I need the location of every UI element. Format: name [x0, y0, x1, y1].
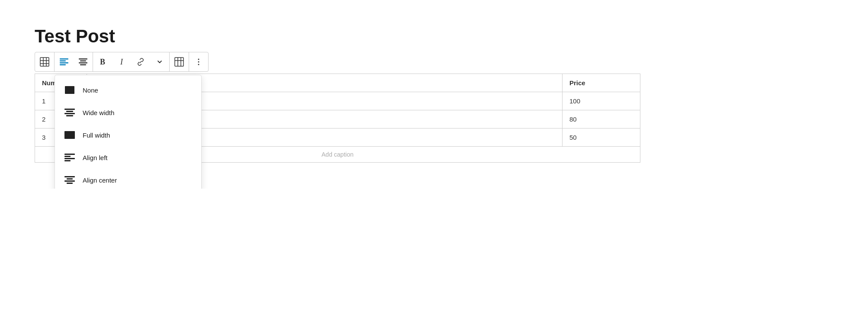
dropdown-item-label: Wide width: [83, 109, 114, 116]
svg-rect-18: [64, 131, 75, 139]
dropdown-item-label: Align left: [83, 154, 108, 161]
table-header-price: Price: [563, 74, 640, 92]
more-vertical-icon: [195, 58, 203, 66]
svg-rect-19: [64, 154, 75, 155]
svg-rect-22: [64, 160, 71, 161]
svg-rect-24: [67, 178, 73, 180]
dropdown-item[interactable]: Align left: [55, 146, 201, 169]
svg-rect-8: [60, 64, 66, 66]
svg-rect-31: [175, 58, 183, 66]
dropdown-item[interactable]: Wide width: [55, 101, 201, 124]
align-center-toolbar-btn[interactable]: [74, 52, 93, 71]
italic-btn[interactable]: I: [112, 52, 131, 71]
dropdown-item-label: None: [83, 87, 98, 94]
toolbar-group: B I: [93, 52, 170, 71]
dropdown-item[interactable]: Full width: [55, 124, 201, 146]
table-cell: 100: [563, 92, 640, 110]
svg-rect-12: [80, 64, 86, 66]
wide-width-icon: [64, 106, 76, 119]
dropdown-item-label: Align center: [83, 177, 117, 184]
insert-table-icon: [174, 57, 184, 67]
svg-rect-13: [65, 86, 74, 94]
svg-rect-16: [64, 113, 75, 114]
svg-rect-0: [40, 58, 49, 66]
chevron-down-btn[interactable]: [150, 52, 169, 71]
toolbar-group: [35, 52, 55, 71]
align-left-d-icon: [64, 151, 76, 164]
none-icon: [64, 84, 76, 96]
insert-table-btn[interactable]: [170, 52, 189, 71]
toolbar: None Wide width: [35, 52, 209, 72]
table-icon: [40, 57, 49, 67]
toolbar-group: [170, 52, 189, 71]
link-icon: [136, 58, 145, 66]
toolbar-group: None Wide width: [55, 52, 93, 71]
svg-rect-9: [79, 58, 87, 60]
align-left-btn[interactable]: [55, 52, 74, 71]
align-center-d-icon: [64, 174, 76, 186]
page-title: Test Post: [35, 26, 833, 47]
dropdown-item[interactable]: None: [55, 79, 201, 101]
table-cell: 80: [563, 110, 640, 128]
link-btn[interactable]: [131, 52, 150, 71]
svg-rect-10: [80, 61, 86, 62]
italic-icon: I: [120, 58, 123, 67]
svg-rect-26: [67, 183, 73, 184]
svg-rect-15: [66, 111, 73, 112]
svg-point-36: [198, 61, 199, 63]
svg-rect-6: [60, 61, 66, 62]
svg-rect-20: [64, 156, 71, 157]
full-width-icon: [64, 129, 76, 141]
alignment-dropdown: None Wide width: [55, 75, 202, 189]
svg-rect-23: [64, 176, 75, 177]
svg-point-35: [198, 59, 199, 60]
table-cell: 50: [563, 128, 640, 147]
svg-rect-14: [64, 109, 75, 110]
svg-rect-21: [64, 158, 75, 159]
align-center-toolbar-icon: [79, 58, 87, 65]
svg-rect-5: [60, 58, 68, 60]
toolbar-group: [189, 52, 208, 71]
bold-btn[interactable]: B: [93, 52, 112, 71]
toolbar-wrapper: None Wide width: [35, 52, 209, 72]
overflow-btn[interactable]: [189, 52, 208, 71]
svg-rect-25: [64, 180, 75, 182]
bold-icon: B: [100, 58, 105, 67]
dropdown-item[interactable]: Align center: [55, 169, 201, 189]
svg-rect-7: [60, 62, 68, 64]
svg-rect-11: [79, 62, 87, 64]
svg-point-37: [198, 64, 199, 65]
dropdown-item-label: Full width: [83, 132, 110, 139]
svg-rect-17: [66, 115, 73, 116]
chevron-down-icon: [156, 58, 163, 65]
align-left-toolbar-icon: [60, 58, 68, 65]
table-icon-btn[interactable]: [35, 52, 54, 71]
